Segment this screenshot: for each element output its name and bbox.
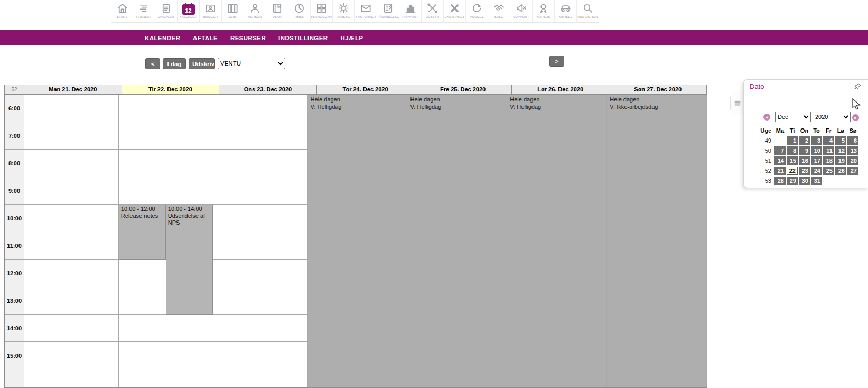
mini-calendar-week-row: 5078910111213	[744, 146, 868, 155]
toolbar-item-ekstranet[interactable]: EKSTRANET	[444, 0, 466, 23]
year-select[interactable]: 2020	[813, 112, 851, 122]
calendar-event[interactable]: 10:00 - 14:00Udsendelse af NPS	[166, 205, 213, 315]
mini-calendar-day[interactable]: 6	[847, 136, 858, 145]
pin-icon[interactable]	[854, 82, 862, 93]
mini-calendar-day[interactable]: 27	[847, 167, 858, 175]
date-panel-tab[interactable]	[730, 91, 744, 115]
toolbar-item-projekt[interactable]: PROJEKT	[133, 0, 155, 23]
home-icon	[116, 1, 128, 15]
toolbar-item-kalender[interactable]: 12KALENDER	[178, 0, 200, 23]
toolbar-item-plan[interactable]: PLAN	[266, 0, 288, 23]
mini-calendar-day[interactable]: 10	[811, 146, 822, 155]
mini-calendar-day[interactable]: 5	[835, 136, 846, 145]
toolbar-item-rapport[interactable]: RAPPORT	[399, 0, 422, 23]
resource-select[interactable]: VENTU	[218, 58, 285, 69]
menu-item-aftale[interactable]: AFTALE	[186, 35, 224, 41]
allday-label: Hele dagen	[510, 96, 604, 104]
toolbar-item-start[interactable]: START	[111, 0, 133, 23]
calendar-event[interactable]: 10:00 - 12:00Release notes	[119, 205, 166, 260]
next-week-button[interactable]: > >	[549, 56, 564, 67]
toolbar-item-label: PROJEKT	[136, 15, 152, 19]
mini-calendar-selected-day[interactable]: 22	[787, 167, 798, 175]
toolbar-item-person[interactable]: PERSON	[244, 0, 266, 23]
month-select[interactable]: Dec	[775, 112, 811, 122]
day-column[interactable]: 10:00 - 12:00Release notes10:00 - 14:00U…	[119, 95, 213, 388]
mini-calendar-day[interactable]: 18	[823, 156, 834, 165]
toolbar-item-kursus[interactable]: KURSUS	[533, 0, 555, 23]
day-column[interactable]: Hele dagenV: Ikke-arbejdsdag	[607, 95, 707, 388]
allday-event[interactable]: Hele dagenV: Ikke-arbejdsdag	[610, 96, 704, 110]
day-column[interactable]: Hele dagenV: Helligdag	[507, 95, 607, 388]
next-month-button[interactable]: ▶	[852, 114, 859, 121]
mini-calendar-day[interactable]: 19	[835, 156, 846, 165]
mini-calendar-day[interactable]: 25	[823, 167, 834, 175]
mini-calendar-day[interactable]: 2	[799, 136, 810, 145]
mini-calendar-day[interactable]: 13	[847, 146, 858, 155]
mini-calendar-day[interactable]: 7	[774, 146, 786, 155]
menu-item-kalender[interactable]: KALENDER	[138, 35, 186, 41]
mini-calendar-day-header: On	[799, 127, 810, 134]
mini-calendar-day[interactable]: 31	[811, 177, 822, 185]
toolbar-item-inspektion[interactable]: INSPEKTION	[577, 0, 599, 23]
mini-calendar-day[interactable]: 4	[823, 136, 834, 145]
toolbar-item-indstil[interactable]: INDSTIL	[333, 0, 355, 23]
toolbar-item-crm[interactable]: CRM	[222, 0, 244, 23]
toolbar-item-salg[interactable]: SALG	[488, 0, 510, 23]
mini-calendar-day[interactable]: 15	[787, 156, 798, 165]
mini-calendar-day[interactable]: 3	[811, 136, 822, 145]
day-column[interactable]	[213, 95, 308, 388]
mini-calendar-day[interactable]: 24	[811, 167, 822, 175]
mini-calendar-day[interactable]: 29	[787, 177, 798, 185]
mini-calendar-day[interactable]: 20	[847, 156, 858, 165]
day-column[interactable]: Hele dagenV: Helligdag	[407, 95, 507, 388]
mini-calendar-day[interactable]: 14	[774, 156, 786, 165]
grid-body: 6:007:008:009:0010:0011:0012:0013:0014:0…	[5, 95, 707, 388]
mini-calendar-day[interactable]: 17	[811, 156, 822, 165]
mini-calendar-day[interactable]: 11	[823, 146, 834, 155]
time-label: 13:00	[5, 287, 24, 315]
allday-event[interactable]: Hele dagenV: Helligdag	[410, 96, 504, 110]
toolbar-item-planlægning[interactable]: PLANLÆGNING	[311, 0, 333, 23]
menu-item-hjlp[interactable]: HJÆLP	[334, 35, 369, 41]
mini-calendar-day[interactable]: 8	[787, 146, 798, 155]
toolbar-item-proces[interactable]: PROCES	[466, 0, 488, 23]
toolbar-item-udstyr[interactable]: UDSTYR	[422, 0, 444, 23]
print-button[interactable]: Udskriv	[189, 58, 215, 69]
planning-grid-icon	[315, 1, 328, 15]
toolbar-item-label: SUPPORT	[513, 15, 529, 19]
day-column[interactable]: Hele dagenV: Helligdag	[308, 95, 408, 388]
mini-calendar-week-number: 53	[744, 178, 773, 184]
allday-label: Hele dagen	[311, 96, 405, 104]
toolbar-item-label: CRM	[229, 15, 236, 19]
toolbar-item-fakturaer[interactable]: FAKTURAER	[355, 0, 377, 23]
process-arrows-icon	[471, 1, 483, 15]
mini-calendar-day[interactable]: 23	[799, 167, 810, 175]
allday-label: Hele dagen	[610, 96, 704, 104]
menu-item-indstillinger[interactable]: INDSTILLINGER	[272, 35, 334, 41]
day-column[interactable]	[24, 95, 119, 388]
toolbar-item-bruger[interactable]: BRUGER	[200, 0, 222, 23]
mini-calendar-day[interactable]: 9	[799, 146, 810, 155]
allday-event[interactable]: Hele dagenV: Helligdag	[311, 96, 405, 110]
mini-calendar-day[interactable]: 28	[774, 177, 786, 185]
previous-month-button[interactable]: ◀	[763, 114, 770, 121]
allday-label: Hele dagen	[410, 96, 504, 104]
allday-event[interactable]: Hele dagenV: Helligdag	[510, 96, 604, 110]
mini-calendar-day[interactable]: 26	[835, 167, 846, 175]
date-panel-title: Dato	[750, 82, 764, 90]
mini-calendar-day[interactable]: 16	[799, 156, 810, 165]
toolbar-item-kørsel[interactable]: KØRSEL	[555, 0, 577, 23]
previous-week-button[interactable]: < <	[145, 58, 160, 69]
toolbar-item-support[interactable]: SUPPORT	[510, 0, 533, 23]
today-button[interactable]: I dag	[163, 58, 186, 69]
mini-calendar-day[interactable]: 30	[799, 177, 810, 185]
time-label: 9:00	[5, 177, 24, 205]
mini-calendar-day[interactable]: 1	[787, 136, 798, 145]
toolbar-item-label: UDSTYR	[426, 15, 440, 19]
mini-calendar-day[interactable]: 21	[774, 167, 786, 175]
toolbar-item-timer[interactable]: TIMER	[288, 0, 311, 23]
toolbar-item-opgaver[interactable]: OPGAVER	[155, 0, 178, 23]
toolbar-item-påmindelser[interactable]: PÅMINDELSER	[377, 0, 399, 23]
menu-item-resurser[interactable]: RESURSER	[224, 35, 272, 41]
mini-calendar-day[interactable]: 12	[835, 146, 846, 155]
